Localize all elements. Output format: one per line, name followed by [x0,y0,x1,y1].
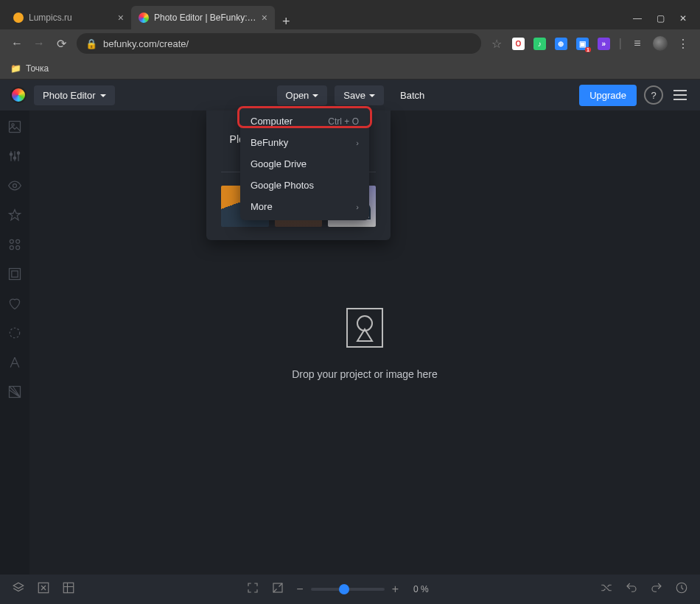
upgrade-label: Upgrade [589,90,626,101]
fit-icon[interactable] [246,581,259,597]
svg-rect-0 [10,122,21,133]
dropdown-label: Computer [251,116,293,127]
chevron-down-icon [369,90,375,101]
lock-icon: 🔒 [85,38,97,49]
maximize-button[interactable]: ▢ [657,13,665,24]
svg-point-1 [12,124,14,126]
reload-button[interactable]: ⟳ [55,37,68,51]
extension-icon[interactable]: ▣1 [576,38,589,50]
close-icon[interactable]: × [262,12,267,24]
bottom-bar: − + 0 % [0,575,700,604]
forward-button[interactable]: → [32,37,46,50]
redo-icon[interactable] [650,581,663,597]
batch-label: Batch [400,90,424,101]
app-logo[interactable] [10,87,27,103]
bookmarks-bar: 📁 Точка [0,57,700,80]
svg-point-6 [10,239,13,243]
extension-icon[interactable]: » [598,38,610,50]
tool-sidebar [0,110,29,575]
favicon [139,13,149,23]
dropdown-item-computer[interactable]: Computer Ctrl + O [240,110,369,132]
url-input[interactable]: 🔒 befunky.com/create/ [77,33,481,54]
mode-selector[interactable]: Photo Editor [34,85,115,105]
svg-point-8 [10,246,13,250]
dropdown-item-gphotos[interactable]: Google Photos [240,175,369,196]
compare-icon[interactable] [37,581,50,597]
menu-icon[interactable]: ⋮ [676,37,690,51]
svg-point-4 [17,152,19,154]
mode-label: Photo Editor [43,90,96,101]
extension-icon[interactable]: ⊕ [555,38,567,50]
bookmark-item[interactable]: Точка [26,63,49,74]
layers-icon[interactable] [12,581,25,597]
svg-rect-17 [63,583,74,593]
help-button[interactable]: ? [644,85,663,105]
dropdown-shortcut: Ctrl + O [328,116,359,127]
history-icon[interactable] [675,581,688,597]
zoom-value: 0 % [413,584,429,594]
window-titlebar: Lumpics.ru × Photo Editor | BeFunky: Fre… [0,0,700,29]
grid-icon[interactable] [62,581,75,597]
bookmark-star-icon[interactable]: ☆ [490,37,503,51]
overlay-tool-icon[interactable] [7,326,22,340]
expand-icon[interactable] [271,581,284,597]
dropdown-label: Google Photos [251,180,314,191]
menu-button[interactable] [671,87,690,103]
close-button[interactable]: ✕ [679,13,687,24]
app-toolbar: Photo Editor Open Save Batch Upgrade ? [0,80,700,110]
tab-title: Photo Editor | BeFunky: Free Onli [154,13,256,23]
browser-tab-inactive[interactable]: Lumpics.ru × [6,6,131,29]
batch-button[interactable]: Batch [391,85,433,105]
browser-tab-active[interactable]: Photo Editor | BeFunky: Free Onli × [131,6,275,29]
chevron-right-icon: › [356,203,359,211]
svg-rect-11 [12,271,18,277]
dropdown-label: BeFunky [251,137,288,148]
shuffle-icon[interactable] [600,581,613,597]
open-label: Open [286,90,309,101]
reading-list-icon[interactable]: ≡ [631,37,644,50]
upgrade-button[interactable]: Upgrade [579,85,637,106]
dropdown-item-befunky[interactable]: BeFunky › [240,132,369,153]
dropdown-item-gdrive[interactable]: Google Drive [240,153,369,175]
eye-tool-icon[interactable] [7,178,22,193]
folder-icon: 📁 [10,63,21,74]
profile-avatar[interactable] [653,36,668,51]
svg-point-7 [16,239,20,243]
svg-rect-10 [10,269,21,280]
chevron-down-icon [312,90,318,101]
star-tool-icon[interactable] [7,208,22,222]
frame-tool-icon[interactable] [7,267,22,281]
save-button[interactable]: Save [335,85,384,105]
open-button[interactable]: Open [277,85,328,105]
dropdown-item-more[interactable]: More › [240,196,369,217]
chevron-right-icon: › [356,138,359,147]
undo-icon[interactable] [625,581,638,597]
back-button[interactable]: ← [10,37,24,50]
befunky-app: Photo Editor Open Save Batch Upgrade ? [0,80,700,604]
adjust-tool-icon[interactable] [7,149,22,164]
drop-text: Drop your project or image here [292,368,438,380]
new-tab-button[interactable]: + [275,14,298,29]
extension-icon[interactable]: O [512,38,525,50]
zoom-slider[interactable] [311,588,385,591]
heart-tool-icon[interactable] [7,296,22,311]
minimize-button[interactable]: — [633,13,642,24]
close-icon[interactable]: × [118,12,124,24]
svg-point-3 [13,157,15,159]
svg-point-2 [10,153,12,155]
zoom-control: − + 0 % [296,583,428,596]
text-tool-icon[interactable] [7,355,22,370]
image-tool-icon[interactable] [7,119,22,134]
texture-tool-icon[interactable] [7,384,22,399]
extension-icon[interactable]: ♪ [533,38,546,50]
dropdown-label: More [251,201,273,212]
extensions: ☆ O ♪ ⊕ ▣1 » | ≡ ⋮ [490,36,690,51]
open-dropdown: Computer Ctrl + O BeFunky › Google Drive… [240,108,369,220]
zoom-out-button[interactable]: − [296,583,303,596]
favicon [13,13,24,23]
app-body: Drop your project or image here Pleas e … [0,110,700,575]
graphics-tool-icon[interactable] [7,237,22,252]
zoom-in-button[interactable]: + [392,583,399,596]
slider-knob[interactable] [339,584,349,594]
save-label: Save [343,90,365,101]
